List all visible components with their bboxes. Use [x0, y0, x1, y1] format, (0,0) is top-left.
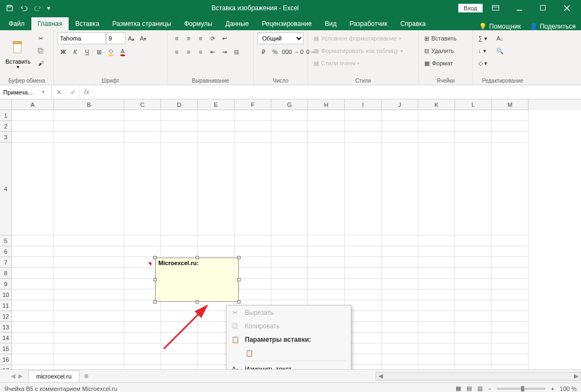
cell[interactable]	[12, 279, 54, 289]
row-header[interactable]: 17	[0, 365, 12, 369]
autosum-button[interactable]: ∑ ▾	[476, 32, 490, 44]
save-icon[interactable]	[3, 2, 16, 15]
row-header[interactable]: 4	[0, 143, 12, 235]
cell[interactable]	[382, 311, 418, 322]
cell[interactable]	[54, 235, 124, 246]
cell[interactable]	[161, 121, 198, 132]
cell[interactable]	[492, 354, 529, 365]
cell[interactable]	[12, 300, 54, 311]
delete-cells-button[interactable]: ⊟Удалить	[422, 45, 459, 57]
cell[interactable]	[492, 322, 529, 333]
cell[interactable]	[54, 246, 124, 257]
cell[interactable]	[455, 143, 492, 235]
cell[interactable]	[455, 279, 492, 289]
cell[interactable]	[271, 235, 308, 246]
name-box[interactable]: ▼	[0, 85, 52, 99]
qat-customize-icon[interactable]: ▾	[45, 2, 52, 15]
decrease-font-icon[interactable]: A▾	[137, 32, 149, 44]
cell[interactable]	[54, 311, 124, 322]
ctx-paste-option-1[interactable]: 📋	[226, 346, 351, 360]
cell[interactable]	[54, 365, 124, 369]
cell[interactable]	[308, 235, 345, 246]
ctx-edit-text[interactable]: A▫Изменить текст	[226, 362, 351, 369]
bold-button[interactable]: Ж	[57, 46, 69, 58]
cell[interactable]	[161, 300, 198, 311]
cell[interactable]	[271, 143, 308, 235]
cell[interactable]	[235, 268, 271, 279]
cell[interactable]	[418, 300, 455, 311]
tab-help[interactable]: Справка	[394, 17, 432, 30]
cell[interactable]	[271, 110, 308, 121]
cell[interactable]	[161, 246, 198, 257]
column-header[interactable]: F	[235, 99, 271, 110]
cell[interactable]	[12, 343, 54, 354]
insert-cells-button[interactable]: ⊞Вставить	[422, 32, 459, 44]
cell[interactable]	[124, 354, 161, 365]
cell[interactable]	[455, 289, 492, 300]
orientation-icon[interactable]: ⟳	[206, 32, 218, 44]
cell[interactable]	[161, 132, 198, 143]
row-header[interactable]: 11	[0, 300, 12, 311]
cell[interactable]	[271, 268, 308, 279]
cell[interactable]	[418, 246, 455, 257]
border-button[interactable]: ⊞	[93, 46, 105, 58]
cell[interactable]	[455, 121, 492, 132]
cell[interactable]	[382, 110, 418, 121]
increase-indent-icon[interactable]: ⇥	[218, 46, 230, 58]
row-header[interactable]: 13	[0, 322, 12, 333]
column-header[interactable]: E	[198, 99, 235, 110]
row-header[interactable]: 3	[0, 132, 12, 143]
cell[interactable]	[54, 333, 124, 343]
cell[interactable]	[455, 235, 492, 246]
cell[interactable]	[492, 235, 529, 246]
cell[interactable]	[382, 300, 418, 311]
cell[interactable]	[235, 289, 271, 300]
cell[interactable]	[345, 132, 382, 143]
view-pagebreak-icon[interactable]: ▥	[477, 385, 483, 392]
tell-me-button[interactable]: 💡 Помощник	[479, 23, 521, 30]
cell[interactable]	[161, 311, 198, 322]
cut-icon[interactable]: ✂	[35, 32, 47, 44]
cell[interactable]	[382, 289, 418, 300]
cell[interactable]	[54, 279, 124, 289]
currency-icon[interactable]: ₽	[257, 46, 269, 58]
column-header[interactable]: M	[492, 99, 529, 110]
cancel-formula-icon[interactable]: ✕	[52, 85, 66, 99]
row-header[interactable]: 8	[0, 268, 12, 279]
tab-review[interactable]: Рецензирование	[255, 17, 318, 30]
cell[interactable]	[235, 132, 271, 143]
cell[interactable]	[418, 289, 455, 300]
italic-button[interactable]: К	[69, 46, 81, 58]
cell[interactable]	[54, 110, 124, 121]
comma-icon[interactable]: 000	[281, 46, 293, 58]
align-right-icon[interactable]: ≡	[195, 46, 206, 58]
cell[interactable]	[198, 143, 235, 235]
cell[interactable]	[124, 333, 161, 343]
cell[interactable]	[161, 354, 198, 365]
tab-view[interactable]: Вид	[318, 17, 343, 30]
cell[interactable]	[198, 235, 235, 246]
cell[interactable]	[455, 354, 492, 365]
formula-input[interactable]	[94, 88, 581, 96]
tab-formulas[interactable]: Формулы	[178, 17, 219, 30]
cell[interactable]	[308, 143, 345, 235]
cell[interactable]	[161, 110, 198, 121]
column-header[interactable]: H	[308, 99, 345, 110]
cell[interactable]	[308, 110, 345, 121]
merge-button[interactable]: ⊟	[230, 46, 242, 58]
cell[interactable]	[12, 289, 54, 300]
cell[interactable]	[345, 257, 382, 268]
cell[interactable]	[455, 322, 492, 333]
cell[interactable]	[235, 121, 271, 132]
fx-icon[interactable]: fx	[80, 85, 94, 99]
cell[interactable]	[308, 132, 345, 143]
row-header[interactable]: 7	[0, 257, 12, 268]
sheet-tab[interactable]: microexcel.ru	[28, 370, 79, 382]
cell[interactable]	[308, 279, 345, 289]
cell[interactable]	[455, 246, 492, 257]
cell[interactable]	[382, 121, 418, 132]
column-header[interactable]: A	[12, 99, 54, 110]
cell[interactable]	[418, 311, 455, 322]
cell[interactable]	[124, 235, 161, 246]
share-button[interactable]: 👤 Поделиться	[530, 23, 576, 30]
